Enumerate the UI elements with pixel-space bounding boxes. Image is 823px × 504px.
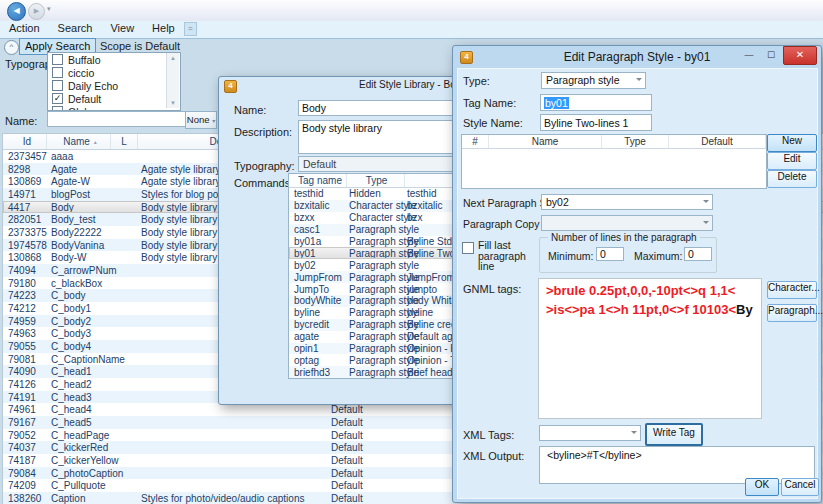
paragraph-copy-fit-dropdown[interactable] <box>541 215 713 231</box>
scroll-down-icon[interactable]: ▼ <box>167 98 179 108</box>
column-header-name[interactable]: Name▲ <box>47 134 111 149</box>
column-header-type[interactable]: Type <box>602 135 669 148</box>
column-header-default[interactable]: Default <box>669 135 766 148</box>
library-typography-label: Typography: <box>234 160 295 172</box>
delete-button[interactable]: Delete <box>767 170 817 188</box>
cell-type: Paragraph style <box>347 284 405 295</box>
gnml-tags-textarea[interactable]: >brule 0.25pt,0,0,-10pt<>q 1,1< >is<>pa … <box>538 278 762 419</box>
type-dropdown[interactable]: Paragraph style <box>541 72 646 89</box>
character-button[interactable]: Character... <box>767 281 817 299</box>
maximum-input[interactable] <box>684 247 712 261</box>
xml-tags-label: XML Tags: <box>463 429 514 441</box>
minimize-button[interactable]: — <box>739 48 759 63</box>
ok-button[interactable]: OK <box>745 478 779 496</box>
cell-id: 74187 <box>3 455 47 466</box>
typography-item-label: Daily Echo <box>68 80 118 92</box>
menu-help[interactable]: Help <box>143 21 184 35</box>
column-header-type[interactable]: Type <box>347 174 405 187</box>
column-header-name[interactable]: Name <box>489 135 602 148</box>
maximize-button[interactable]: ☐ <box>761 48 781 63</box>
next-paragraph-style-dropdown[interactable]: by02 <box>541 194 713 210</box>
cancel-button[interactable]: Cancel <box>781 478 819 496</box>
minimum-input[interactable] <box>596 247 624 261</box>
cell-tag-name: bzxx <box>289 212 347 223</box>
cell-type: Hidden <box>347 188 405 199</box>
cell-id: 74963 <box>3 328 47 339</box>
forward-button[interactable]: ▶ <box>28 3 45 20</box>
next-paragraph-style-value: by02 <box>546 196 569 208</box>
checkbox-icon[interactable] <box>52 80 63 91</box>
cell-tag-name: briefhd3 <box>289 367 347 378</box>
cell-id: 79052 <box>3 430 47 441</box>
typography-list-scrollbar[interactable]: ▲ ▼ <box>166 53 179 108</box>
column-header-number[interactable]: # <box>462 135 489 148</box>
paragraph-button[interactable]: Paragraph... <box>767 304 817 322</box>
cell-name: C_body <box>47 290 111 301</box>
typography-list-item[interactable]: Buffalo <box>48 53 180 66</box>
name-filter-input[interactable] <box>47 111 186 127</box>
column-header-id[interactable]: Id <box>3 134 47 149</box>
column-header-tag-name[interactable]: Tag name <box>289 174 347 187</box>
cell-name: C_headPage <box>47 430 111 441</box>
back-button[interactable]: ◀ <box>7 2 26 21</box>
library-typography-value: Default <box>303 158 336 170</box>
cell-name: Agate <box>47 164 111 175</box>
typography-list-item[interactable]: Daily Echo <box>48 79 180 92</box>
type-value: Paragraph style <box>546 74 620 86</box>
sub-styles-table: # Name Type Default <box>461 134 767 189</box>
edit-button[interactable]: Edit <box>767 152 817 170</box>
typography-list-item[interactable]: Default <box>48 92 180 105</box>
checkbox-icon[interactable] <box>52 67 63 78</box>
cell-id: 74090 <box>3 366 47 377</box>
cell-name: C_head3 <box>47 392 111 403</box>
cell-id: 74961 <box>3 404 47 415</box>
minimize-icon: — <box>745 50 754 60</box>
column-header-l[interactable]: L <box>111 134 138 149</box>
checkbox-icon[interactable] <box>52 54 63 65</box>
xml-tags-dropdown[interactable] <box>539 425 641 441</box>
cell-id: 130869 <box>3 176 47 187</box>
menu-view[interactable]: View <box>101 21 143 35</box>
typography-item-label: Buffalo <box>68 54 101 66</box>
new-button[interactable]: New <box>767 134 817 152</box>
close-button[interactable]: ✕ <box>783 46 817 65</box>
cell-name: C_head5 <box>47 417 111 428</box>
cell-tag-name: JumpTo <box>289 284 347 295</box>
menu-action[interactable]: Action <box>0 21 49 35</box>
write-tag-button[interactable]: Write Tag <box>645 423 703 446</box>
cell-tag-name: by01a <box>289 236 347 247</box>
fill-last-paragraph-checkbox[interactable] <box>462 242 474 254</box>
history-dropdown-icon[interactable]: ▾ <box>47 5 51 13</box>
maximum-label: Maximum: <box>634 250 682 262</box>
cell-name: C_CaptionName <box>47 354 111 365</box>
name-filter-mode-button[interactable]: None ▾ <box>185 111 217 129</box>
scroll-up-icon[interactable]: ▲ <box>167 53 179 63</box>
checkbox-icon[interactable] <box>52 93 63 104</box>
library-name-label: Name: <box>234 104 266 116</box>
cell-id: 1974578 <box>3 240 47 251</box>
tag-name-input[interactable]: by01 <box>540 94 652 111</box>
chevron-down-icon <box>703 200 709 206</box>
typography-list-item[interactable]: ciccio <box>48 66 180 79</box>
number-of-lines-group-title: Number of lines in the paragraph <box>548 232 700 243</box>
menu-search[interactable]: Search <box>49 21 102 35</box>
cell-id: 74191 <box>3 392 47 403</box>
sub-styles-table-header: # Name Type Default <box>462 135 766 149</box>
menu-bar: ActionSearchViewHelp= <box>0 21 823 39</box>
cell-id: 130868 <box>3 252 47 263</box>
style-name-input[interactable] <box>540 114 652 131</box>
cell-id: 79180 <box>3 278 47 289</box>
back-arrow-icon: ◀ <box>13 6 19 15</box>
cell-id: 138260 <box>3 493 47 504</box>
cell-type: Paragraph style <box>347 224 405 235</box>
tag-name-label: Tag Name: <box>463 97 516 109</box>
typography-filter-list[interactable]: Buffalo ciccio Daily Echo Default Globe <box>47 52 181 111</box>
collapse-search-button[interactable]: ^ <box>4 40 19 55</box>
cell-id: 79167 <box>3 417 47 428</box>
edit-paragraph-style-dialog: 4 Edit Paragraph Style - by01 — ☐ ✕ Type… <box>452 45 822 503</box>
app-4-icon: 4 <box>224 80 237 93</box>
cell-name: C_photoCaption <box>47 468 111 479</box>
cell-type: Paragraph style <box>347 355 405 366</box>
toolbar-overflow-button[interactable]: = <box>184 22 197 36</box>
cell-id: 8298 <box>3 164 47 175</box>
